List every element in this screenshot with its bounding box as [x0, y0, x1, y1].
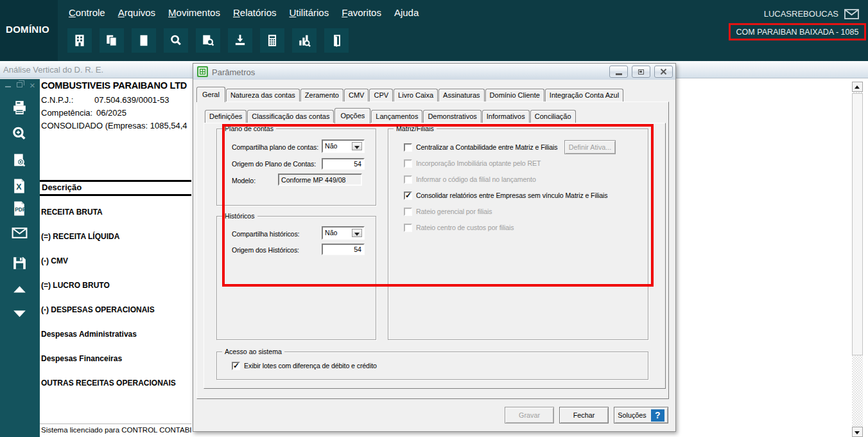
menu-utilitarios[interactable]: Utilitários: [290, 7, 329, 18]
dialog-icon: [197, 66, 208, 77]
checkbox-box[interactable]: [404, 175, 412, 184]
tab-geral[interactable]: Geral: [196, 87, 225, 102]
tab-opcoes[interactable]: Opções: [334, 108, 370, 123]
checkbox-box[interactable]: [404, 143, 412, 152]
checkbox-box[interactable]: [404, 224, 412, 232]
maximize-icon: [638, 69, 644, 75]
solucoes-button[interactable]: Soluções?: [614, 407, 668, 424]
toolbar-sair-button[interactable]: [324, 28, 349, 53]
toolbar-documento-button[interactable]: [132, 28, 156, 53]
tab-lancamentos[interactable]: Lançamentos: [371, 110, 422, 123]
checkbox-box[interactable]: [404, 208, 412, 216]
checkbox-label: Rateio centro de custos por filiais: [416, 224, 514, 231]
toolbar-empresas-button[interactable]: [67, 28, 92, 53]
tab-informativos[interactable]: Informativos: [482, 110, 530, 123]
scroll-up-button[interactable]: [11, 281, 28, 299]
tab-dominio-cliente[interactable]: Domínio Cliente: [485, 89, 544, 102]
chart-search-icon: [297, 33, 311, 48]
menu-favoritos[interactable]: Favoritos: [342, 7, 381, 18]
scroll-down-button[interactable]: [11, 306, 28, 323]
tab-assinaturas[interactable]: Assinaturas: [438, 89, 484, 102]
menu-bar: Controle Arquivos Movimentos Relatórios …: [69, 7, 419, 18]
tab-integracao-conta-azul[interactable]: Integração Conta Azul: [545, 89, 623, 102]
tab-demonstrativos[interactable]: Demonstrativos: [423, 110, 481, 123]
dialog-minimize-button[interactable]: [609, 66, 628, 78]
menu-ajuda[interactable]: Ajuda: [394, 7, 419, 18]
help-icon: ?: [651, 409, 664, 422]
company-badge[interactable]: COM PARAIBAN BAIXADA - 1085: [729, 23, 866, 40]
dialog-titlebar[interactable]: Parâmetros: [193, 64, 675, 80]
compartilha-plano-select[interactable]: Não: [322, 139, 365, 153]
tab-zeramento[interactable]: Zeramento: [300, 89, 343, 102]
toolbar-calculadora-button[interactable]: [260, 28, 284, 53]
button-label: Gravar: [519, 411, 540, 419]
minimize-icon[interactable]: [5, 86, 11, 87]
zoom-button[interactable]: [11, 125, 28, 143]
scrollbar-thumb[interactable]: [852, 93, 863, 355]
email-button[interactable]: [11, 224, 28, 242]
select-value: Não: [325, 142, 337, 150]
tab-definicoes[interactable]: Definições: [205, 110, 247, 123]
checkbox-label: Incorporação Imobiliária optante pelo RE…: [416, 159, 541, 167]
close-icon[interactable]: ×: [30, 80, 35, 91]
button-label: Soluções: [618, 411, 646, 419]
toolbar-importar-button[interactable]: [228, 28, 252, 53]
origem-plano-field[interactable]: 54: [322, 158, 365, 170]
menu-arquivos[interactable]: Arquivos: [118, 7, 155, 18]
floppy-icon: [11, 254, 28, 272]
checkbox-box[interactable]: [404, 159, 412, 168]
checkbox-label: Exibir lotes com diferença de débito e c…: [244, 362, 377, 370]
print-button[interactable]: [11, 99, 28, 116]
preview-button[interactable]: [11, 152, 28, 170]
checkbox-label: Rateio gerencial por filiais: [416, 208, 492, 215]
report-window-title: Análise Vertical do D. R. E.: [3, 65, 103, 75]
dialog-maximize-button[interactable]: [632, 66, 650, 78]
tab-natureza-das-contas[interactable]: Natureza das contas: [226, 89, 300, 102]
toolbar-consultar-button[interactable]: [196, 28, 220, 53]
zoom-in-icon: [11, 125, 28, 143]
document-search-icon: [201, 33, 215, 48]
modelo-field: Conforme MP 449/08: [278, 174, 362, 186]
field-value: 54: [354, 160, 361, 168]
tab-conciliacao[interactable]: Conciliação: [530, 110, 576, 123]
report-company: COMBUSTIVEIS PARAIBANO LTD: [41, 80, 187, 91]
menu-controle[interactable]: Controle: [69, 7, 105, 18]
definir-ativa-button[interactable]: Definir Ativa...: [564, 140, 616, 154]
vertical-scrollbar[interactable]: [852, 82, 863, 437]
toolbar-pesquisar-button[interactable]: [164, 28, 188, 53]
report-window-controls: ×: [4, 81, 37, 91]
dropdown-button[interactable]: [352, 229, 362, 237]
checkbox-box[interactable]: [232, 362, 240, 370]
select-value: Não: [325, 229, 337, 236]
mail-icon[interactable]: [844, 9, 859, 19]
tabs-level2: Definições Classificação das contas Opçõ…: [205, 109, 577, 123]
origem-historicos-field[interactable]: 54: [322, 244, 365, 255]
tab-cpv[interactable]: CPV: [369, 89, 393, 102]
checkbox-label: Informar o código da filial no lançament…: [416, 175, 536, 183]
fechar-button[interactable]: Fechar: [559, 407, 609, 424]
divider: [40, 194, 191, 196]
building-icon: [73, 33, 87, 48]
restore-icon[interactable]: [17, 82, 22, 87]
user-name: LUCASREBOUCAS: [764, 9, 838, 19]
save-button[interactable]: [11, 254, 28, 272]
toolbar-analise-button[interactable]: [292, 28, 317, 53]
tab-classificacao-das-contas[interactable]: Classificação das contas: [247, 110, 334, 123]
compartilha-historicos-select[interactable]: Não: [322, 226, 365, 240]
scrollbar-down-button[interactable]: [852, 427, 863, 437]
toolbar-copiar-button[interactable]: [100, 28, 124, 53]
pdf-export-button[interactable]: PDF: [11, 200, 28, 217]
search-icon: [169, 33, 183, 48]
gravar-button[interactable]: Gravar: [505, 407, 554, 424]
tab-livro-caixa[interactable]: Livro Caixa: [394, 89, 438, 102]
dialog-close-button[interactable]: [654, 66, 673, 78]
tab-cmv[interactable]: CMV: [344, 89, 369, 102]
scrollbar-up-button[interactable]: [852, 82, 863, 92]
checkbox-label: Centralizar a Contabilidade entre Matriz…: [416, 143, 558, 151]
excel-export-button[interactable]: X: [11, 177, 28, 195]
menu-movimentos[interactable]: Movimentos: [168, 7, 220, 18]
dropdown-button[interactable]: [352, 142, 362, 150]
checkbox-box[interactable]: [404, 192, 412, 200]
menu-relatorios[interactable]: Relatórios: [233, 7, 277, 18]
origem-plano-label: Origem do Plano de Contas:: [232, 160, 316, 168]
